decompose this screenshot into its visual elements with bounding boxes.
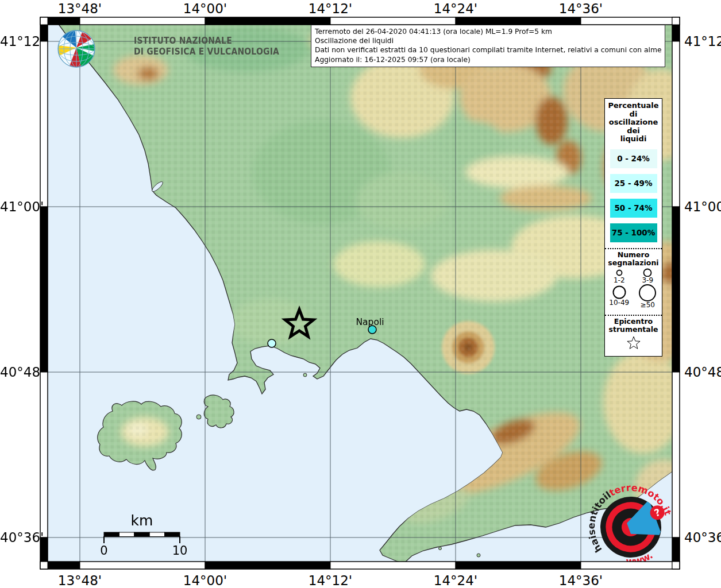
signal-size-1-2: 1-2 — [605, 268, 634, 284]
signal-circle-small-icon — [608, 268, 631, 277]
signal-size-3-9: 3-9 — [634, 268, 662, 284]
axis-label-bottom-4: 14°24' — [434, 573, 477, 588]
ingv-wordmark: ISTITUTO NAZIONALE DI GEOFISICA E VULCAN… — [134, 36, 279, 57]
axis-label-bottom-1: 13°48' — [58, 573, 102, 588]
islet-1 — [439, 547, 442, 550]
axis-label-left-4: 40°36' — [0, 530, 37, 545]
event-info-line2: Oscillazione dei liquidi — [315, 36, 661, 45]
event-info-line4: Aggiornato il: 16-12-2025 09:57 (ora loc… — [315, 55, 661, 64]
axis-label-left-1: 41°12' — [0, 34, 37, 49]
city-label-napoli: Napoli — [356, 317, 384, 327]
axis-label-left-3: 40°48' — [0, 365, 37, 380]
legend-title: Percentuale di oscillazione dei liquidi — [605, 99, 662, 144]
axis-label-right-2: 41°00' — [684, 199, 721, 214]
axis-label-top-4: 14°24' — [434, 1, 477, 16]
event-info-line1: Terremoto del 26-04-2020 04:41:13 (ora l… — [315, 27, 661, 36]
legend-signals-title: Numero segnalazioni — [605, 249, 662, 268]
signal-circle-large-icon — [607, 284, 632, 299]
legend-class-50-74: 50 - 74% — [610, 199, 657, 218]
legend-star-wrap — [605, 334, 662, 356]
islet-nisida — [303, 373, 307, 377]
legend-epicenter-title: Epicentro strumentale — [605, 316, 662, 334]
legend-signal-sizes: 1-2 3-9 10-49 ≥50 — [605, 268, 662, 309]
axis-label-right-1: 41°12' — [684, 34, 721, 49]
ingv-name-line1: ISTITUTO NAZIONALE — [134, 36, 279, 47]
ingv-logo-globe — [58, 30, 95, 67]
axis-label-bottom-3: 14°12' — [309, 573, 352, 588]
legend-class-75-100: 75 - 100% — [610, 223, 657, 242]
signal-size-50plus: ≥50 — [634, 284, 662, 309]
axis-label-bottom-2: 14°00' — [183, 573, 227, 588]
islet-vivara — [196, 415, 201, 419]
event-info-line3: Dati non verificati estratti da 10 quest… — [315, 45, 661, 55]
signal-size-10-49: 10-49 — [605, 284, 634, 309]
axis-label-top-3: 14°12' — [309, 1, 352, 16]
axis-label-right-3: 40°48' — [684, 365, 721, 380]
report-dot-pozzuoli — [268, 339, 276, 347]
axis-label-left-2: 41°00' — [0, 199, 37, 214]
scale-end-label: 10 — [172, 544, 188, 558]
legend-class-0-24: 0 - 24% — [610, 149, 657, 168]
signal-circle-medium-icon — [636, 268, 659, 277]
scale-unit-label: km — [131, 512, 153, 529]
scale-start-label: 0 — [100, 544, 107, 558]
legend-panel: Percentuale di oscillazione dei liquidi … — [604, 98, 662, 357]
legend-class-25-49: 25 - 49% — [610, 174, 657, 193]
signal-circle-xlarge-icon — [635, 284, 660, 301]
axis-label-bottom-5: 14°36' — [559, 573, 603, 588]
map-screenshot: Napoli km 0 10 — [0, 0, 721, 588]
ingv-name-line2: DI GEOFISICA E VULCANOLOGIA — [134, 47, 279, 57]
axis-label-right-4: 40°36' — [684, 530, 721, 545]
epicenter-star-icon — [625, 335, 642, 350]
axis-label-top-5: 14°36' — [559, 1, 603, 16]
event-info-box: Terremoto del 26-04-2020 04:41:13 (ora l… — [311, 25, 665, 67]
axis-label-top-2: 14°00' — [183, 1, 227, 16]
islet-2 — [477, 554, 480, 557]
axis-label-top-1: 13°48' — [58, 1, 102, 16]
